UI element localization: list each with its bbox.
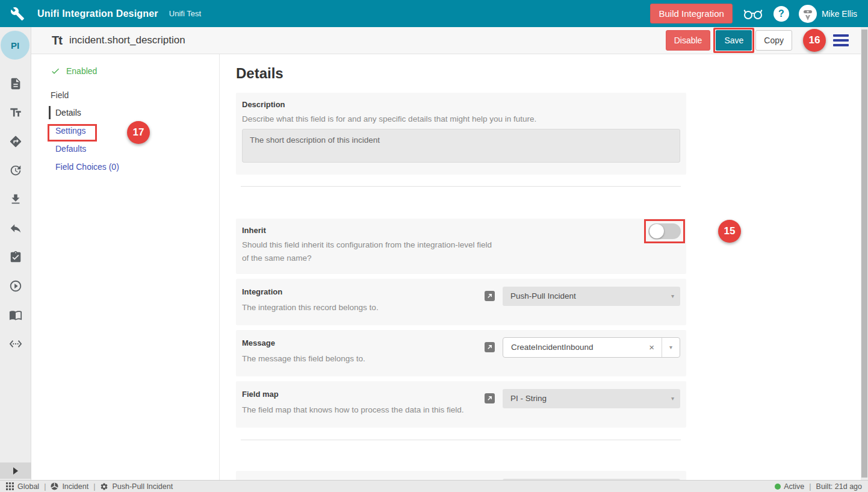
built-label: Built: 21d ago bbox=[816, 482, 862, 491]
task-check-icon[interactable] bbox=[9, 251, 22, 264]
nav-item-defaults[interactable]: Defaults bbox=[55, 144, 86, 154]
description-help: Describe what this field is for and any … bbox=[242, 114, 536, 123]
enabled-label: Enabled bbox=[66, 66, 97, 76]
text-fields-icon[interactable] bbox=[9, 106, 22, 119]
scope-label: Global bbox=[17, 482, 39, 491]
help-icon[interactable]: ? bbox=[773, 6, 789, 22]
environment-name: Unifi Test bbox=[169, 9, 201, 18]
app-window: Unifi Integration Designer Unifi Test Bu… bbox=[0, 0, 868, 492]
section-divider bbox=[241, 440, 681, 440]
play-circle-icon[interactable] bbox=[9, 279, 22, 293]
active-item-bar bbox=[49, 106, 51, 119]
chevron-down-icon: ▾ bbox=[671, 389, 674, 408]
integration-label: Push-Pull Incident bbox=[112, 482, 173, 491]
gear-icon bbox=[100, 482, 108, 491]
directions-icon[interactable] bbox=[9, 135, 22, 148]
details-panel: Details Description Describe what this f… bbox=[220, 54, 861, 480]
nav-item-details[interactable]: Details bbox=[55, 108, 81, 117]
toggle-knob bbox=[649, 224, 664, 238]
nav-item-field-choices[interactable]: Field Choices (0) bbox=[55, 162, 119, 172]
separator: | bbox=[809, 482, 811, 491]
page-title: incident.short_description bbox=[69, 34, 185, 46]
save-button[interactable]: Save bbox=[716, 30, 752, 51]
message-label: Message bbox=[242, 338, 275, 347]
message-combobox[interactable]: CreateIncidentInbound × ▾ bbox=[503, 337, 680, 358]
integration-value: Push-Pull Incident bbox=[510, 291, 576, 300]
section-divider bbox=[241, 186, 681, 187]
field-map-help: The field map that knows how to process … bbox=[242, 405, 463, 414]
description-textarea[interactable]: The short description of this incident bbox=[242, 129, 680, 163]
enabled-status: Enabled bbox=[51, 66, 97, 76]
annotation-box-inherit-toggle bbox=[644, 219, 685, 243]
field-map-value: PI - String bbox=[510, 394, 547, 403]
annotation-circle-16: 16 bbox=[803, 29, 826, 52]
status-label: Active bbox=[784, 482, 804, 491]
reply-icon[interactable] bbox=[9, 222, 22, 235]
field-map-card: Field map The field map that knows how t… bbox=[236, 381, 686, 428]
field-section-label: Field bbox=[51, 90, 69, 100]
chevron-down-icon[interactable]: ▾ bbox=[662, 338, 680, 357]
app-title: Unifi Integration Designer bbox=[37, 8, 158, 19]
scope-item: Global bbox=[6, 482, 39, 491]
copy-button[interactable]: Copy bbox=[755, 30, 792, 51]
user-menu[interactable]: Mike Ellis bbox=[799, 5, 857, 23]
annotation-circle-15: 15 bbox=[718, 220, 741, 243]
book-icon[interactable] bbox=[9, 308, 22, 322]
message-field-card: Message The message this field belongs t… bbox=[236, 330, 686, 376]
field-map-select[interactable]: PI - String ▾ bbox=[503, 389, 680, 408]
disable-button[interactable]: Disable bbox=[666, 30, 711, 51]
inherit-field-card: Inherit Should this field inherit its co… bbox=[236, 219, 686, 274]
next-field-card-partial bbox=[236, 471, 686, 480]
separator: | bbox=[44, 482, 46, 491]
table-label: Incident bbox=[62, 482, 88, 491]
status-bar: Global | Incident | Push-Pull Incident A… bbox=[0, 480, 868, 492]
build-status: Active | Built: 21d ago bbox=[775, 482, 862, 491]
chevron-down-icon: ▾ bbox=[671, 287, 674, 306]
integration-help: The integration this record belongs to. bbox=[242, 303, 379, 312]
user-avatar-icon bbox=[799, 5, 817, 23]
integration-label: Integration bbox=[242, 287, 282, 296]
user-name: Mike Ellis bbox=[822, 9, 857, 19]
status-dot-icon bbox=[775, 484, 781, 490]
integration-select[interactable]: Push-Pull Incident ▾ bbox=[503, 287, 680, 306]
open-reference-icon[interactable] bbox=[485, 291, 495, 301]
record-avatar: PI bbox=[1, 31, 29, 60]
document-icon[interactable] bbox=[9, 77, 22, 90]
scrollbar-thumb[interactable] bbox=[861, 30, 867, 478]
open-reference-icon[interactable] bbox=[485, 393, 495, 403]
expand-right-icon bbox=[13, 467, 18, 475]
inherit-toggle[interactable] bbox=[648, 223, 681, 239]
hamburger-menu-icon[interactable] bbox=[833, 34, 849, 46]
record-actions: Disable Save Copy 16 bbox=[666, 28, 861, 53]
record-nav-panel: Enabled Field Details Settings Defaults … bbox=[31, 54, 220, 480]
build-integration-button[interactable]: Build Integration bbox=[650, 4, 732, 23]
download-icon[interactable] bbox=[9, 193, 22, 206]
inherit-label: Inherit bbox=[242, 226, 266, 235]
code-icon[interactable] bbox=[9, 337, 22, 350]
pie-circle-icon bbox=[51, 482, 58, 490]
open-reference-icon[interactable] bbox=[485, 342, 495, 352]
sidebar-expand-button[interactable] bbox=[0, 462, 31, 479]
sidebar-icon-rail bbox=[0, 77, 31, 350]
integration-item: Push-Pull Incident bbox=[100, 482, 173, 491]
field-map-label: Field map bbox=[242, 390, 279, 399]
table-item: Incident bbox=[51, 482, 88, 491]
glasses-icon[interactable] bbox=[742, 7, 764, 21]
description-label: Description bbox=[242, 100, 285, 109]
top-header: Unifi Integration Designer Unifi Test Bu… bbox=[0, 0, 868, 27]
inherit-help-line2: of the same name? bbox=[242, 254, 312, 263]
clear-icon[interactable]: × bbox=[649, 338, 654, 357]
nav-item-settings[interactable]: Settings bbox=[55, 126, 86, 135]
update-icon[interactable] bbox=[9, 164, 22, 177]
icon-sidebar: PI bbox=[0, 27, 31, 480]
separator: | bbox=[93, 482, 95, 491]
header-actions: Build Integration ? Mike Ellis bbox=[650, 4, 868, 23]
grid-icon bbox=[6, 482, 14, 490]
inherit-help-line1: Should this field inherit its configurat… bbox=[242, 240, 492, 249]
details-heading: Details bbox=[236, 65, 284, 82]
integration-field-card: Integration The integration this record … bbox=[236, 279, 686, 325]
annotation-circle-17: 17 bbox=[127, 121, 150, 144]
message-help: The message this field belongs to. bbox=[242, 354, 365, 363]
annotation-box-save: Save bbox=[713, 28, 754, 53]
vertical-scrollbar bbox=[861, 27, 868, 480]
